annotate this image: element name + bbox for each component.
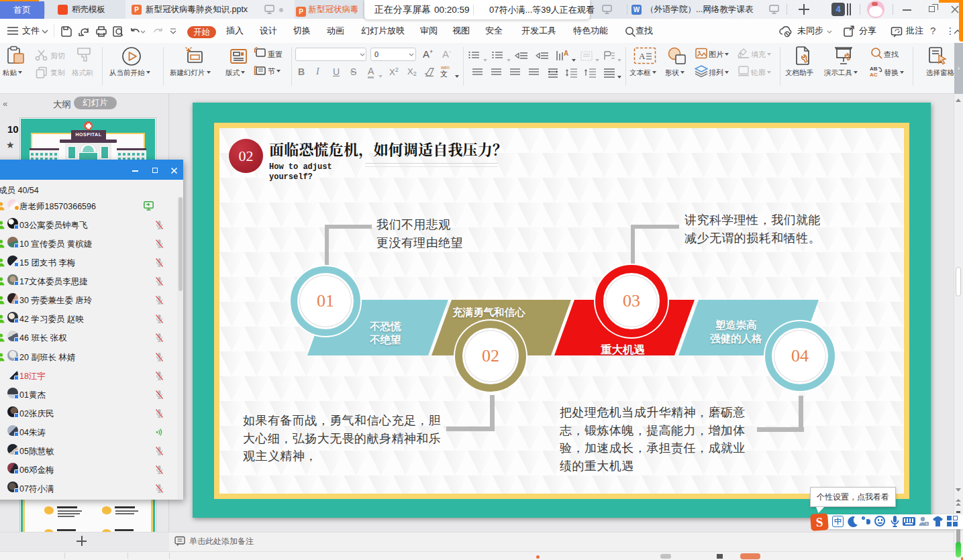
svg-text:A: A [564,50,568,57]
svg-text:A: A [639,51,646,61]
svg-text:6: 6 [926,522,928,526]
svg-text:AB: AB [870,66,878,72]
svg-text:AC: AC [870,72,878,78]
